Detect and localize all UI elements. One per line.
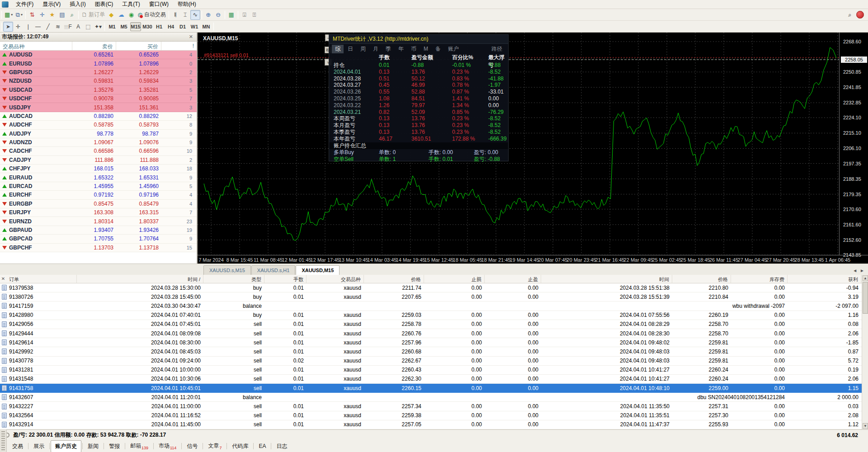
new-chart-icon[interactable]: ▦▾ [3, 10, 14, 20]
market-watch-row[interactable]: AUDUSD0.652610.652654 [0, 51, 197, 59]
history-row[interactable]: 914317582024.04.01 10:45:01sell0.01xauus… [0, 384, 868, 393]
period-button-M1[interactable]: M1 [107, 22, 118, 31]
market-watch-row[interactable]: EURNZD1.803141.8033723 [0, 217, 197, 226]
dropdown-icon[interactable]: ▾ [11, 13, 13, 17]
chart-tab-XAUUSD.s,H1[interactable]: XAUUSD.s,H1 [251, 265, 296, 275]
history-col-11[interactable]: 获利 [788, 275, 861, 283]
chart-tab-XAUUSD,M15[interactable]: XAUUSD,M15 [296, 265, 340, 275]
history-row[interactable]: 914326072024.04.01 11:20:01balancedbu SN… [0, 393, 868, 402]
price-chart[interactable] [198, 33, 868, 255]
mtdriver-tab-综[interactable]: 综 [332, 45, 344, 53]
market-watch-row[interactable]: AUDCAD0.882800.8829212 [0, 112, 197, 121]
metaeditor-icon[interactable]: ◆ [106, 10, 116, 20]
col-symbol[interactable]: 交易品种 [0, 42, 72, 50]
dropdown-icon[interactable]: ▾ [21, 13, 23, 17]
strategy-tester-icon[interactable]: ⌕ [67, 10, 77, 20]
news-icon[interactable]: ◉ [126, 10, 136, 20]
market-watch-row[interactable]: USDCHF0.900780.900857 [0, 94, 197, 103]
market-watch-row[interactable]: GBPUSD1.262271.262292 [0, 68, 197, 77]
zoom-in-icon[interactable]: ⊕ [203, 10, 213, 20]
history-col-1[interactable]: 时间 / [77, 275, 203, 283]
mtdriver-tab-币[interactable]: 币 [408, 45, 420, 53]
terminal-tab-日志[interactable]: 日志 [272, 441, 291, 452]
market-watch-row[interactable]: AUDCHF0.587850.587938 [0, 121, 197, 129]
text-label-icon[interactable]: ⬚ [83, 22, 93, 32]
text-icon[interactable]: A [73, 22, 83, 32]
terminal-tab-代码库[interactable]: 代码库 [228, 441, 252, 452]
menu-item-T[interactable]: 工具(T) [118, 0, 144, 9]
market-watch-toggle-icon[interactable]: ⇅ [27, 10, 37, 20]
scroll-left-icon[interactable]: ◄ [853, 268, 857, 273]
terminal-icon[interactable]: ▤ [57, 10, 67, 20]
profiles-icon[interactable]: ⧉▾ [14, 10, 24, 20]
menu-item-F[interactable]: 文件(F) [11, 0, 38, 9]
history-col-3[interactable]: 手数 [264, 275, 307, 283]
mtdriver-tab-周[interactable]: 周 [357, 45, 369, 53]
market-watch-row[interactable]: CADJPY111.886111.8882 [0, 156, 197, 165]
docked-window-grip[interactable] [0, 429, 7, 452]
scroll-right-icon[interactable]: ► [860, 268, 864, 273]
period-button-M5[interactable]: M5 [118, 22, 129, 31]
period-button-W1[interactable]: W1 [189, 22, 200, 31]
market-watch-row[interactable]: CADCHF0.665860.6659610 [0, 147, 197, 155]
market-watch-row[interactable]: EURGBP0.854750.854794 [0, 200, 197, 208]
terminal-tab-EA[interactable]: EA [255, 441, 270, 451]
data-window-icon[interactable]: ✛ [37, 10, 47, 20]
terminal-tab-市场[interactable]: 市场114 [155, 440, 180, 452]
terminal-tab-邮箱[interactable]: 邮箱139 [126, 440, 152, 452]
fibonacci-icon[interactable]: 𝄙F [63, 22, 73, 32]
scroll-up-icon[interactable]: ▲ [863, 275, 868, 281]
menu-item-V[interactable]: 显示(V) [38, 0, 65, 9]
history-row[interactable]: 914325642024.04.01 11:16:52sell0.01xauus… [0, 411, 868, 420]
close-icon[interactable]: ✕ [0, 275, 6, 283]
order-levels-1-icon[interactable]: ⍗ [240, 10, 250, 20]
history-col-0[interactable]: 订单 [6, 275, 77, 283]
scrollbar-thumb[interactable] [863, 282, 868, 314]
order-levels-2-icon[interactable]: ⍐ [250, 10, 259, 20]
history-col-8[interactable]: 时间 [541, 275, 672, 283]
history-row[interactable]: 913795382024.03.28 15:30:00buy0.01xauusd… [0, 283, 868, 292]
mtdriver-tab-年[interactable]: 年 [395, 45, 407, 53]
community-icon[interactable]: ☁ [116, 10, 126, 20]
cursor-icon[interactable]: ➤ [3, 22, 13, 32]
horizontal-line-icon[interactable]: — [33, 22, 43, 32]
period-button-H1[interactable]: H1 [154, 22, 165, 31]
navigator-icon[interactable]: ★ [47, 10, 57, 20]
market-watch-row[interactable]: EURAUD1.653221.653319 [0, 173, 197, 182]
search-icon[interactable]: ⌕ [845, 10, 855, 20]
market-watch-row[interactable]: NZDUSD0.598310.598343 [0, 77, 197, 85]
equidistant-channel-icon[interactable]: ≋ [53, 22, 63, 32]
period-button-D1[interactable]: D1 [177, 22, 188, 31]
period-button-M15[interactable]: M15 [130, 22, 141, 31]
history-row[interactable]: 914299922024.04.01 08:45:03sell0.01xauus… [0, 347, 868, 356]
history-col-5[interactable]: 价格 [364, 275, 424, 283]
col-bid[interactable]: 卖价 [72, 42, 116, 50]
vertical-line-icon[interactable]: ❘ [23, 22, 33, 32]
market-watch-row[interactable]: GBPCAD1.707551.707649 [0, 235, 197, 243]
terminal-tab-文章[interactable]: 文章7 [204, 440, 226, 452]
user-avatar-icon[interactable] [855, 10, 865, 20]
col-spread[interactable]: ! [161, 42, 197, 50]
crosshair-icon[interactable]: ✛ [13, 22, 23, 32]
history-col-6[interactable]: 止损 [424, 275, 485, 283]
market-watch-row[interactable]: AUDNZD1.090671.090769 [0, 138, 197, 147]
history-row[interactable]: 914171592024.03.30 04:30:47balancewbu wi… [0, 301, 868, 311]
history-scrollbar[interactable]: ▲ ▼ [862, 275, 868, 429]
arrows-tool-icon[interactable]: ✦▾ [93, 22, 103, 32]
history-col-10[interactable]: 库存费 [731, 275, 788, 283]
market-watch-row[interactable]: CHFJPY168.015168.03318 [0, 165, 197, 173]
mtdriver-tab-季[interactable]: 季 [382, 45, 394, 53]
market-watch-row[interactable]: AUDJPY98.77898.7879 [0, 130, 197, 138]
mtdriver-tab-月[interactable]: 月 [370, 45, 382, 53]
history-row[interactable]: 914296142024.04.01 08:30:00sell0.01xauus… [0, 338, 868, 347]
trendline-icon[interactable]: ╱ [43, 22, 53, 32]
menu-item-I[interactable]: 插入(I) [65, 0, 90, 9]
history-row[interactable]: 914307782024.04.01 09:24:00sell0.02xauus… [0, 357, 868, 366]
mtdriver-tab-备[interactable]: 备 [432, 45, 444, 53]
history-row[interactable]: 914294442024.04.01 08:09:08sell0.01xauus… [0, 329, 868, 338]
auto-trading-icon[interactable]: ◍自动交易 [136, 10, 167, 20]
terminal-tab-交易[interactable]: 交易 [8, 441, 27, 452]
terminal-tab-账户历史[interactable]: 账户历史 [51, 440, 81, 452]
menu-item-H[interactable]: 帮助(H) [173, 0, 201, 9]
history-col-2[interactable]: 类型 [203, 275, 264, 283]
